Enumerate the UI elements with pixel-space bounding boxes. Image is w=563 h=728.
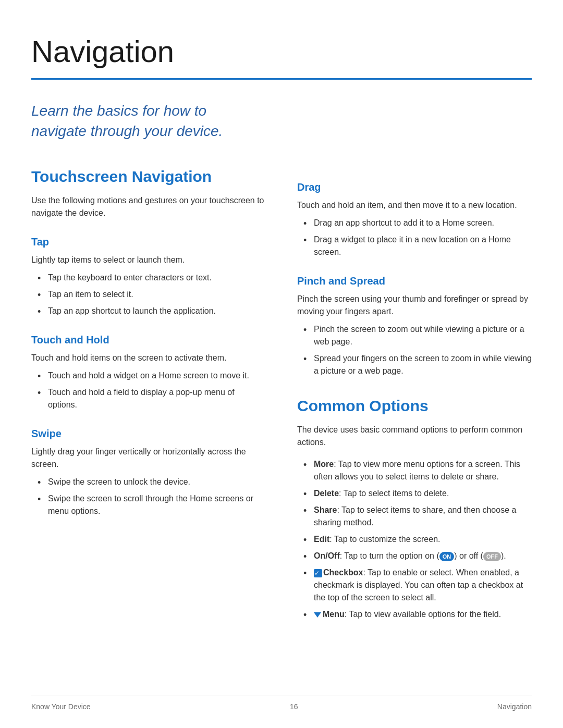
pinch-spread-heading: Pinch and Spread <box>297 273 532 289</box>
touch-hold-heading: Touch and Hold <box>31 332 266 348</box>
touch-hold-desc: Touch and hold items on the screen to ac… <box>31 352 266 364</box>
list-item: Tap an item to select it. <box>36 288 266 301</box>
tap-bullet-list: Tap the keyboard to enter characters or … <box>31 272 266 317</box>
swipe-heading: Swipe <box>31 426 266 441</box>
term-menu: Menu <box>323 610 345 619</box>
list-item: Touch and hold a field to display a pop-… <box>36 386 266 411</box>
tap-desc: Lightly tap items to select or launch th… <box>31 254 266 266</box>
menu-triangle-icon <box>314 612 321 618</box>
list-item: Share: Tap to select items to share, and… <box>302 504 532 529</box>
list-item: Delete: Tap to select items to delete. <box>302 487 532 500</box>
pinch-spread-bullet-list: Pinch the screen to zoom out while viewi… <box>297 323 532 377</box>
list-item: Swipe the screen to scroll through the H… <box>36 492 266 517</box>
term-share: Share <box>314 505 337 514</box>
list-item: Drag a widget to place it in a new locat… <box>302 233 532 258</box>
term-checkbox: Checkbox <box>323 568 363 577</box>
touch-hold-bullet-list: Touch and hold a widget on a Home screen… <box>31 369 266 411</box>
list-item: Checkbox: Tap to enable or select. When … <box>302 566 532 604</box>
term-more: More <box>314 460 334 468</box>
list-item: Pinch the screen to zoom out while viewi… <box>302 323 532 348</box>
intro-text: Learn the basics for how to navigate thr… <box>31 101 261 141</box>
list-item: Tap the keyboard to enter characters or … <box>36 272 266 284</box>
left-column: Touchscreen Navigation Use the following… <box>31 165 266 626</box>
term-onoff: On/Off <box>314 551 340 560</box>
list-item: Menu: Tap to view available options for … <box>302 608 532 621</box>
common-options-desc: The device uses basic command options to… <box>297 424 532 449</box>
touchscreen-nav-desc: Use the following motions and gestures o… <box>31 194 266 219</box>
swipe-desc: Lightly drag your finger vertically or h… <box>31 446 266 471</box>
footer-page-number: 16 <box>290 701 298 712</box>
drag-bullet-list: Drag an app shortcut to add it to a Home… <box>297 217 532 258</box>
drag-heading: Drag <box>297 179 532 195</box>
checkbox-icon <box>314 569 322 577</box>
term-edit: Edit <box>314 535 329 544</box>
list-item: Spread your fingers on the screen to zoo… <box>302 352 532 377</box>
page-content: Navigation Learn the basics for how to n… <box>0 0 563 668</box>
tap-heading: Tap <box>31 234 266 250</box>
pinch-spread-desc: Pinch the screen using your thumb and fo… <box>297 293 532 318</box>
list-item: Swipe the screen to unlock the device. <box>36 476 266 488</box>
badge-off: OFF <box>483 552 501 562</box>
title-divider <box>31 78 532 80</box>
badge-on: ON <box>439 552 455 562</box>
common-options-bullet-list: More: Tap to view more menu options for … <box>297 458 532 621</box>
term-delete: Delete <box>314 489 339 498</box>
footer-left-text: Know Your Device <box>31 701 91 712</box>
two-column-layout: Touchscreen Navigation Use the following… <box>31 165 532 626</box>
list-item: Edit: Tap to customize the screen. <box>302 533 532 546</box>
touchscreen-nav-heading: Touchscreen Navigation <box>31 165 266 188</box>
page-footer: Know Your Device 16 Navigation <box>31 696 532 712</box>
common-options-heading: Common Options <box>297 394 532 417</box>
footer-right-text: Navigation <box>497 701 532 712</box>
list-item: Drag an app shortcut to add it to a Home… <box>302 217 532 229</box>
page-title: Navigation <box>31 29 532 74</box>
list-item: Tap an app shortcut to launch the applic… <box>36 305 266 317</box>
list-item: Touch and hold a widget on a Home screen… <box>36 369 266 382</box>
list-item: More: Tap to view more menu options for … <box>302 458 532 483</box>
swipe-bullet-list: Swipe the screen to unlock the device. S… <box>31 476 266 517</box>
right-column: Drag Touch and hold an item, and then mo… <box>297 165 532 626</box>
drag-desc: Touch and hold an item, and then move it… <box>297 199 532 212</box>
list-item: On/Off: Tap to turn the option on (ON) o… <box>302 550 532 562</box>
